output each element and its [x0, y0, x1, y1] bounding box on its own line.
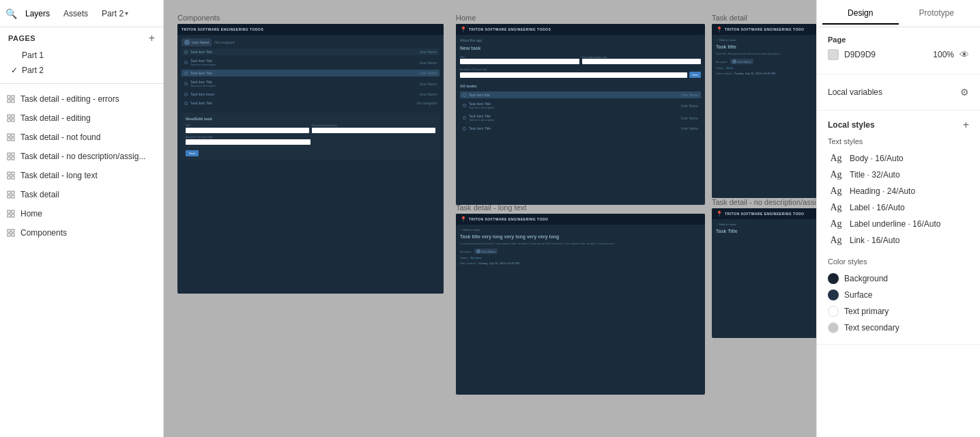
- frame-label-components: Components TRITON SOFTWARE ENGINEERING T…: [177, 14, 444, 294]
- page-item-part1[interactable]: Part 1: [8, 48, 155, 63]
- layer-home[interactable]: Home: [0, 204, 163, 223]
- page-section-title: Page: [828, 36, 969, 44]
- search-icon[interactable]: 🔍: [5, 8, 17, 19]
- page-color-swatch[interactable]: [828, 49, 839, 60]
- svg-rect-15: [12, 157, 14, 160]
- svg-rect-27: [12, 214, 14, 217]
- color-style-text-secondary[interactable]: Text secondary: [828, 320, 969, 336]
- right-sidebar: Design Prototype Page D9D9D9 100% 👁 Loca…: [816, 0, 980, 437]
- svg-rect-16: [8, 172, 10, 175]
- text-styles-header: Text styles: [828, 137, 969, 146]
- layer-task-detail[interactable]: Task detail: [0, 185, 163, 204]
- text-primary-color-swatch: [828, 306, 839, 317]
- svg-rect-3: [12, 100, 14, 102]
- ag-icon-link: Ag: [828, 235, 844, 246]
- svg-rect-19: [12, 176, 14, 179]
- ag-icon-title: Ag: [828, 169, 844, 180]
- design-tab[interactable]: Design: [822, 3, 899, 25]
- page-opacity[interactable]: 100%: [933, 50, 954, 59]
- pages-title: Pages: [8, 34, 35, 42]
- frame-label-task-nodesc: Task detail - no description/assi... 📍 T…: [712, 198, 816, 338]
- local-variables-section: Local variables ⚙: [817, 74, 980, 111]
- color-style-surface[interactable]: Surface: [828, 287, 969, 303]
- svg-rect-13: [12, 153, 14, 156]
- text-style-heading[interactable]: Ag Heading · 24/Auto: [828, 183, 969, 199]
- page-color-settings: D9D9D9 100% 👁: [828, 49, 969, 60]
- frame-task-long[interactable]: 📍 TRITON SOFTWARE ENGINEERING TODO ← Bac…: [456, 214, 705, 395]
- text-style-title[interactable]: Ag Title · 32/Auto: [828, 167, 969, 183]
- layer-task-editing-errors[interactable]: Task detail - editing - errors: [0, 89, 163, 109]
- prototype-tab[interactable]: Prototype: [899, 3, 975, 25]
- main-canvas[interactable]: Components TRITON SOFTWARE ENGINEERING T…: [164, 0, 816, 437]
- svg-rect-22: [8, 195, 10, 198]
- svg-rect-31: [12, 234, 14, 236]
- svg-rect-29: [12, 229, 14, 232]
- layer-task-editing[interactable]: Task detail - editing: [0, 109, 163, 128]
- local-styles-header: Local styles +: [828, 119, 969, 131]
- layer-task-long[interactable]: Task detail - long text: [0, 166, 163, 185]
- chevron-down-icon: ▾: [125, 10, 128, 17]
- svg-rect-21: [12, 191, 14, 194]
- svg-rect-28: [8, 229, 10, 232]
- svg-rect-0: [8, 96, 10, 98]
- local-variables-row: Local variables ⚙: [828, 83, 969, 102]
- frame-icon: [5, 113, 16, 124]
- layers-tab[interactable]: Layers: [20, 6, 55, 21]
- left-sidebar: 🔍 Layers Assets Part 2 ▾ Pages + Part 1 …: [0, 0, 164, 437]
- variables-settings-icon[interactable]: ⚙: [960, 87, 969, 98]
- color-styles-header: Color styles: [828, 257, 969, 266]
- color-style-background[interactable]: Background: [828, 270, 969, 287]
- svg-rect-7: [12, 119, 14, 122]
- svg-rect-11: [12, 138, 14, 141]
- local-styles-section: Local styles + Text styles Ag Body · 16/…: [817, 111, 980, 345]
- check-icon-active: ✓: [11, 66, 22, 75]
- background-color-swatch: [828, 273, 839, 284]
- color-style-text-primary[interactable]: Text primary: [828, 303, 969, 320]
- svg-rect-30: [8, 234, 10, 236]
- text-style-label-underline[interactable]: Ag Label underline · 16/Auto: [828, 216, 969, 232]
- frame-icon: [5, 151, 16, 162]
- svg-rect-6: [8, 119, 10, 122]
- svg-rect-17: [12, 172, 14, 175]
- layers-section: Task detail - editing - errors Task deta…: [0, 84, 163, 437]
- frame-label-home: Home 📍 TRITON SOFTWARE ENGINEERING TODOS…: [456, 14, 705, 205]
- surface-color-swatch: [828, 290, 839, 300]
- svg-rect-18: [8, 176, 10, 179]
- add-style-icon[interactable]: +: [963, 119, 969, 131]
- ag-icon-body: Ag: [828, 153, 844, 164]
- text-style-label[interactable]: Ag Label · 16/Auto: [828, 199, 969, 216]
- frame-components[interactable]: TRITON SOFTWARE ENGINEERING TODOS User N…: [177, 24, 444, 294]
- part-selector[interactable]: Part 2 ▾: [96, 6, 134, 21]
- visibility-icon[interactable]: 👁: [960, 49, 969, 60]
- add-page-icon[interactable]: +: [149, 33, 155, 44]
- frame-task-detail[interactable]: 📍 TRITON SOFTWARE ENGINEERING TODO ← Bac…: [712, 24, 816, 198]
- layer-task-not-found[interactable]: Task detail - not found: [0, 128, 163, 147]
- page-color-hex[interactable]: D9D9D9: [844, 50, 927, 59]
- right-top-nav: Design Prototype: [817, 0, 980, 27]
- color-styles-title: Color styles: [828, 257, 867, 266]
- layer-components[interactable]: Components: [0, 223, 163, 242]
- svg-rect-12: [8, 153, 10, 156]
- frame-home[interactable]: 📍 TRITON SOFTWARE ENGINEERING TODOS Abou…: [456, 24, 705, 205]
- layer-task-no-desc[interactable]: Task detail - no description/assig...: [0, 147, 163, 166]
- svg-rect-14: [8, 157, 10, 160]
- frame-label-task-long: Task detail - long text 📍 TRITON SOFTWAR…: [456, 203, 705, 395]
- frame-icon: [5, 208, 16, 219]
- page-section: Page D9D9D9 100% 👁: [817, 27, 980, 74]
- ag-icon-label: Ag: [828, 202, 844, 213]
- pages-section: Pages + Part 1 ✓ Part 2: [0, 27, 163, 84]
- assets-tab[interactable]: Assets: [58, 6, 93, 21]
- svg-rect-23: [12, 195, 14, 198]
- frame-icon: [5, 132, 16, 143]
- svg-rect-24: [8, 210, 10, 213]
- svg-rect-2: [8, 100, 10, 102]
- svg-rect-4: [8, 115, 10, 117]
- svg-rect-5: [12, 115, 14, 117]
- frame-task-nodesc[interactable]: 📍 TRITON SOFTWARE ENGINEERING TODO ← Bac…: [712, 208, 816, 338]
- frame-icon: [5, 170, 16, 181]
- page-item-part2[interactable]: ✓ Part 2: [8, 63, 155, 78]
- left-top-nav: 🔍 Layers Assets Part 2 ▾: [0, 0, 163, 27]
- text-style-link[interactable]: Ag Link · 16/Auto: [828, 232, 969, 249]
- text-style-body[interactable]: Ag Body · 16/Auto: [828, 150, 969, 167]
- svg-rect-20: [8, 191, 10, 194]
